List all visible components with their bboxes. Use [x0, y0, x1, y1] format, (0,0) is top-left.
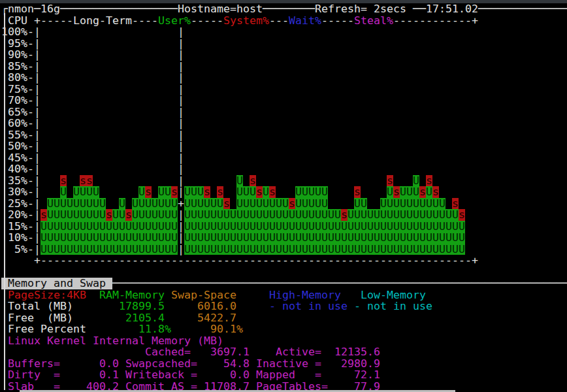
terminal-text-segment: UUU	[236, 186, 256, 198]
terminal-text-segment: UUUUUUUUUUUUUUUUUUUUU	[40, 221, 178, 233]
terminal-text-segment: -----	[321, 15, 354, 27]
terminal-text-segment	[40, 38, 178, 50]
cpu-chart-row-15pct: 15%-|UUUUUUUUUUUUUUUUUUUUU|UUUUUUUUUUUUU…	[1, 221, 567, 233]
terminal-text-segment	[40, 106, 178, 118]
terminal-text-segment	[184, 49, 465, 61]
cpu-chart-row-75pct: 75%-| |	[1, 84, 567, 95]
terminal-text-segment: U	[60, 186, 67, 198]
terminal-text-segment: 65%-|	[1, 106, 40, 118]
terminal-text-segment: ---	[269, 15, 289, 27]
terminal-text-segment	[40, 26, 178, 38]
terminal-text-segment: UUUUU	[295, 198, 328, 210]
terminal-text-segment: Free (MB)	[1, 312, 125, 324]
terminal-text-segment: |	[178, 140, 184, 152]
terminal-text-segment	[361, 186, 387, 198]
terminal-text-segment	[67, 186, 73, 198]
terminal-text-segment	[40, 95, 178, 106]
terminal-window: ┌nmon─16g──────────────────Hostname=host…	[0, 0, 567, 392]
memory-line-9: Dirty = 0.1 Writeback = 0.0 Mapped = 72.…	[1, 369, 567, 381]
terminal-text-segment: Steal%	[354, 15, 393, 27]
terminal-text-segment	[210, 186, 217, 198]
terminal-text-segment: s	[217, 186, 223, 198]
terminal-text-segment	[40, 186, 60, 198]
terminal-text-segment: s	[269, 186, 276, 198]
terminal-text-segment	[125, 198, 132, 210]
terminal-text-segment: s	[106, 209, 112, 221]
memory-line-0	[1, 267, 567, 278]
terminal-header-lines: ┌nmon─16g──────────────────Hostname=host…	[1, 3, 567, 26]
terminal-text-segment	[459, 198, 465, 210]
terminal-text-segment	[40, 72, 178, 84]
cpu-chart-row-80pct: 80%-| |	[1, 72, 567, 84]
terminal-text-segment: Free Percent	[1, 323, 138, 335]
terminal-text-segment: UUUUUUU	[132, 209, 178, 221]
terminal-text-segment: UUUUUUUUUUUUUUUUU	[348, 209, 459, 221]
terminal-text-segment: |	[178, 61, 184, 73]
terminal-text-segment: 75%-|	[1, 84, 40, 95]
terminal-text-segment: PageSize:4KB	[1, 289, 86, 301]
terminal-text-segment: UU	[112, 209, 125, 221]
terminal-text-segment	[40, 140, 178, 152]
terminal-text-segment: 17899.5	[119, 301, 165, 312]
terminal-text-segment	[165, 301, 197, 312]
terminal-text-segment	[40, 84, 178, 95]
terminal-text-segment: Memory and Swap	[1, 278, 112, 289]
terminal-text-segment: 45%-|	[1, 152, 40, 164]
terminal-text-segment: |	[178, 186, 184, 198]
terminal-text-segment	[40, 49, 178, 61]
memory-line-5: Free Percent 11.8% 90.1%	[1, 323, 567, 335]
terminal-text-segment: 80%-|	[1, 72, 40, 84]
cpu-chart-row-95pct: 95%-| |	[1, 38, 567, 50]
terminal-text-segment: 10%-|	[1, 232, 40, 244]
terminal-text-segment	[184, 140, 465, 152]
terminal-text-segment: CPU +-----Long-Term----	[1, 15, 158, 27]
terminal-text-segment: UUUUUUUUUUUUUUUUUUUUUUUUUUUUUUUUUUUUUUUU…	[184, 221, 465, 233]
terminal-text-segment: Swap-Space	[171, 289, 236, 301]
terminal-text-segment	[40, 118, 178, 129]
terminal-text-segment: UUUUUUUU	[236, 198, 289, 210]
cpu-chart-row-10pct: 10%-|UUUUUUUUUUUUUUUUUUUUU|UUUUUUUUUUUUU…	[1, 232, 567, 244]
terminal-text-segment	[184, 61, 465, 73]
terminal-text-segment: 85%-|	[1, 61, 40, 73]
terminal-text-segment: - not in use	[354, 301, 432, 312]
terminal-text-segment: RAM-Memory	[99, 289, 165, 301]
terminal-text-segment: |	[178, 244, 184, 255]
terminal-text-segment: Low-Memory	[361, 289, 426, 301]
terminal-text-segment	[184, 129, 465, 141]
terminal-text-segment: UU	[158, 186, 171, 198]
terminal-text-segment: s	[354, 186, 361, 198]
terminal-text-segment	[419, 175, 426, 187]
terminal-text-segment: UUU	[184, 186, 204, 198]
terminal-text-segment: UUUUUU	[184, 198, 223, 210]
terminal-text-segment: U	[413, 175, 419, 187]
terminal-text-segment: s	[171, 186, 178, 198]
terminal-text-segment: 6016.0	[197, 301, 236, 312]
terminal-text-segment	[348, 301, 354, 312]
terminal-text-segment: s	[204, 186, 210, 198]
terminal-text-segment	[328, 198, 354, 210]
terminal-text-segment	[328, 186, 354, 198]
cpu-chart-row-50pct: 50%-| |	[1, 140, 567, 152]
terminal-screen[interactable]: ┌nmon─16g──────────────────Hostname=host…	[1, 3, 567, 392]
terminal-text-segment: UUUUUUUUUUUUUUUUUUUUUUUUUUUUUUUUUUUUUUUU…	[184, 244, 465, 255]
cpu-chart-row-65pct: 65%-| |	[1, 106, 567, 118]
cpu-chart-row-5pct: 5%-|UUUUUUUUUUUUUUUUUUUUU|UUUUUUUUUUUUUU…	[1, 244, 567, 255]
terminal-text-segment: 25%-|	[1, 198, 40, 210]
cpu-chart-bottom-axis: +---------------------------------------…	[1, 255, 567, 267]
cpu-chart-row-100pct: 100%-| |	[1, 26, 567, 38]
terminal-text-segment: s	[459, 209, 465, 221]
terminal-text-segment: s	[432, 186, 439, 198]
terminal-text-segment: UUUUUUUUU	[47, 209, 106, 221]
terminal-text-segment	[171, 323, 210, 335]
terminal-text-segment	[165, 289, 171, 301]
terminal-text-segment: |	[178, 106, 184, 118]
terminal-text-segment: UUUUUUUUU	[47, 198, 106, 210]
terminal-text-segment	[341, 289, 361, 301]
terminal-text-segment: |	[178, 118, 184, 129]
terminal-text-segment: ss	[80, 175, 93, 187]
terminal-text-segment: 95%-|	[1, 38, 40, 50]
memory-line-1: Memory and Swap ────────────────────────…	[1, 278, 567, 289]
terminal-text-segment: s	[145, 186, 152, 198]
terminal-text-segment: High-Memory	[269, 289, 341, 301]
terminal-text-segment	[40, 129, 178, 141]
